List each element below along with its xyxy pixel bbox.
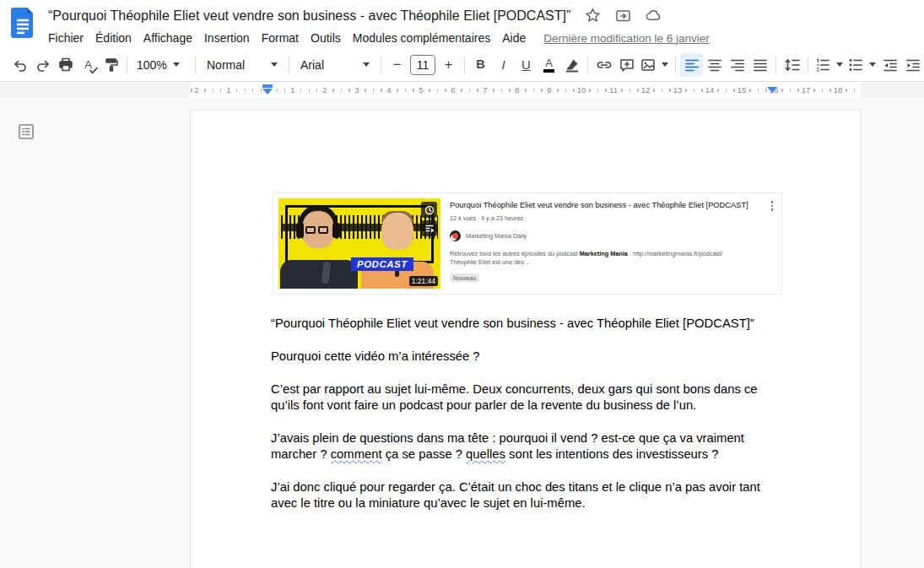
decrease-font-size-button[interactable]: − [386,53,408,77]
menu-outils[interactable]: Outils [305,30,347,46]
insert-link-button[interactable] [592,53,615,77]
ruler-number: 17 [800,85,813,95]
document-page[interactable]: PODCAST 1:21:44 [190,110,861,568]
menu-edition[interactable]: Édition [89,30,138,46]
menu-modules[interactable]: Modules complémentaires [347,30,496,46]
channel-avatar [450,230,461,241]
underline-button[interactable]: U [515,53,538,77]
video-info: Pourquoi Théophile Eliet veut vendre son… [450,198,776,289]
toolbar-divider [775,57,776,73]
menu-bar: Fichier Édition Affichage Insertion Form… [42,30,710,46]
bulleted-list-button[interactable] [846,53,878,77]
numbered-list-button[interactable] [813,53,846,77]
ruler-number: 12 [640,85,652,95]
chevron-down-icon [271,62,278,70]
paragraph[interactable]: “Pourquoi Théophile Eliet veut vendre so… [271,316,770,332]
grammar-suggestion[interactable]: quelles [466,447,505,461]
text-run: “Pourquoi Théophile Eliet veut vendre so… [271,316,754,330]
print-button[interactable] [54,53,77,77]
watch-later-icon [421,202,437,218]
last-modified-link[interactable]: Dernière modification le 6 janvier [543,32,710,45]
italic-button[interactable]: I [492,53,515,77]
ruler-number: 11 [608,85,619,95]
text-run: ça se passe ? [382,447,467,461]
menu-fichier[interactable]: Fichier [42,30,89,46]
ruler-number: 7 [481,85,489,95]
grammar-suggestion[interactable]: comment [331,447,382,461]
align-right-button[interactable] [726,53,748,77]
text-run: sont les intentions des investisseurs ? [505,447,719,461]
document-title[interactable]: “Pourquoi Théophile Eliet veut vendre so… [48,8,570,24]
toolbar-divider [464,57,465,73]
add-comment-button[interactable] [615,53,638,77]
increase-indent-button[interactable] [901,53,924,77]
insert-image-button[interactable] [638,53,671,77]
paint-format-button[interactable] [100,53,122,77]
justify-button[interactable] [748,53,771,77]
cloud-saved-icon[interactable] [646,8,662,24]
star-icon[interactable] [585,8,601,24]
paragraph-style-select[interactable]: Normal [200,53,284,77]
host-figure [280,209,358,289]
menu-aide[interactable]: Aide [496,30,532,46]
text-color-swatch [543,69,554,73]
line-spacing-button[interactable] [781,53,803,77]
menu-insertion[interactable]: Insertion [198,30,256,46]
new-badge: Nouveau [450,273,479,282]
align-left-button[interactable] [680,53,703,77]
document-text[interactable]: “Pourquoi Théophile Eliet veut vendre so… [271,316,770,528]
toolbar-divider [195,57,196,73]
right-indent-marker[interactable] [767,87,777,98]
ruler-number: 15 [736,85,748,95]
lavalier-mic [395,270,399,277]
toolbar-divider [289,57,289,73]
paragraph[interactable]: J’avais plein de questions dans ma tête … [271,430,770,463]
chevron-down-icon [363,62,370,70]
chevron-down-icon [836,62,843,70]
google-docs-logo[interactable] [11,8,35,38]
ruler-number: 2 [192,85,200,95]
channel-name: Marketing Mania Daily [466,232,527,240]
bold-button[interactable]: B [469,53,492,77]
video-thumbnail: PODCAST 1:21:44 [278,198,440,289]
toolbar-divider [675,57,676,73]
ruler-number: 2 [321,85,328,95]
move-folder-icon[interactable] [615,8,631,24]
toolbar: A 100% Normal Arial − 11 + B I U [0,48,924,82]
podcast-label: PODCAST [351,257,413,271]
spellcheck-button[interactable]: A [77,53,100,77]
font-size-input[interactable]: 11 [410,55,435,75]
chevron-down-icon [662,62,668,70]
ruler-number: 18 [832,85,845,95]
menu-affichage[interactable]: Affichage [138,30,198,46]
align-center-button[interactable] [703,53,726,77]
document-outline-icon[interactable] [18,123,35,140]
ruler-number: 1 [224,85,232,95]
video-description: Retrouvez tous les autres épisodes du po… [450,250,733,268]
paragraph[interactable]: C’est par rapport au sujet lui-même. Deu… [271,381,770,414]
text-run: J’ai donc cliqué pour regarder ça. C’éta… [271,480,760,510]
font-select[interactable]: Arial [294,53,376,77]
paragraph[interactable]: J’ai donc cliqué pour regarder ça. C’éta… [271,479,770,511]
embedded-video-image[interactable]: PODCAST 1:21:44 [273,192,782,295]
menu-format[interactable]: Format [256,30,305,46]
first-line-indent-marker[interactable] [262,84,273,88]
highlight-color-button[interactable] [560,53,583,77]
google-docs-window: “Pourquoi Théophile Eliet veut vendre so… [0,0,924,568]
text-run: C’est par rapport au sujet lui-même. Deu… [271,382,758,412]
decrease-indent-button[interactable] [878,53,901,77]
horizontal-ruler: 21123456789101112131415161718 [0,83,924,98]
kebab-menu-icon [768,200,777,212]
paragraph[interactable]: Pourquoi cette vidéo m’a intéressée ? [271,349,770,365]
zoom-select[interactable]: 100% [132,53,191,77]
video-duration-badge: 1:21:44 [409,276,438,286]
ruler-number: 5 [417,85,424,95]
ruler-number: 10 [575,85,588,95]
chevron-down-icon [173,62,180,70]
redo-button[interactable] [31,53,54,77]
increase-font-size-button[interactable]: + [437,53,460,77]
ruler-number: 3 [353,85,360,95]
text-color-button[interactable]: A [538,53,560,77]
ruler-number: 4 [385,85,392,95]
undo-button[interactable] [8,53,31,77]
